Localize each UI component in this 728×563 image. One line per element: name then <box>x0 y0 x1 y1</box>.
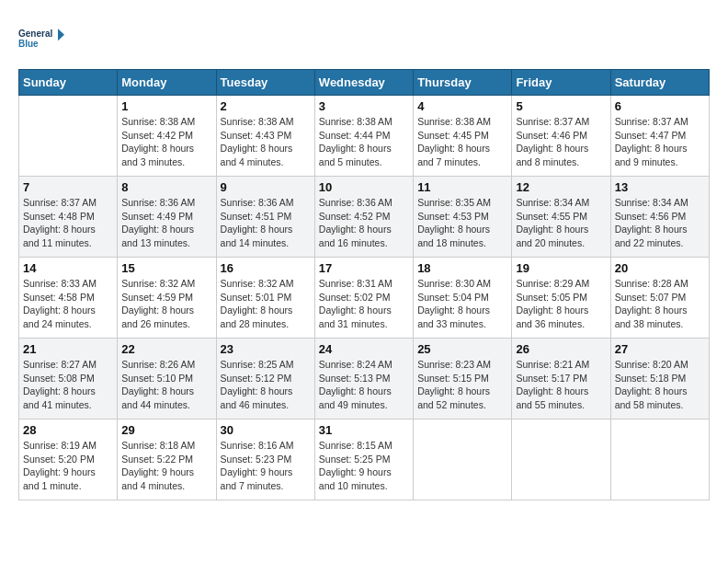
day-number: 7 <box>23 180 113 194</box>
day-number: 31 <box>319 423 409 437</box>
day-info: Sunrise: 8:20 AM Sunset: 5:18 PM Dayligh… <box>615 358 705 412</box>
day-info: Sunrise: 8:16 AM Sunset: 5:23 PM Dayligh… <box>221 439 311 493</box>
calendar-cell: 19Sunrise: 8:29 AM Sunset: 5:05 PM Dayli… <box>512 258 610 339</box>
logo-svg: General Blue <box>18 18 64 60</box>
calendar-cell: 3Sunrise: 8:38 AM Sunset: 4:44 PM Daylig… <box>314 96 413 177</box>
day-info: Sunrise: 8:25 AM Sunset: 5:12 PM Dayligh… <box>221 358 311 412</box>
calendar-cell <box>19 96 118 177</box>
day-info: Sunrise: 8:32 AM Sunset: 4:59 PM Dayligh… <box>121 277 211 331</box>
day-number: 18 <box>417 261 507 275</box>
day-number: 19 <box>516 261 606 275</box>
day-info: Sunrise: 8:38 AM Sunset: 4:44 PM Dayligh… <box>319 115 409 169</box>
day-info: Sunrise: 8:36 AM Sunset: 4:49 PM Dayligh… <box>121 196 211 250</box>
day-number: 16 <box>221 261 311 275</box>
column-header-tuesday: Tuesday <box>216 70 314 96</box>
day-info: Sunrise: 8:32 AM Sunset: 5:01 PM Dayligh… <box>221 277 311 331</box>
calendar-cell: 29Sunrise: 8:18 AM Sunset: 5:22 PM Dayli… <box>118 419 216 500</box>
calendar-cell: 16Sunrise: 8:32 AM Sunset: 5:01 PM Dayli… <box>216 258 314 339</box>
page-header: General Blue <box>18 18 710 60</box>
day-number: 11 <box>417 180 507 194</box>
calendar-cell: 13Sunrise: 8:34 AM Sunset: 4:56 PM Dayli… <box>610 177 709 258</box>
day-info: Sunrise: 8:18 AM Sunset: 5:22 PM Dayligh… <box>121 439 211 493</box>
day-number: 28 <box>23 423 113 437</box>
day-number: 6 <box>615 99 705 113</box>
day-number: 15 <box>121 261 211 275</box>
calendar-week-row: 7Sunrise: 8:37 AM Sunset: 4:48 PM Daylig… <box>19 177 710 258</box>
day-number: 24 <box>319 342 409 356</box>
day-info: Sunrise: 8:38 AM Sunset: 4:42 PM Dayligh… <box>121 115 211 169</box>
day-info: Sunrise: 8:19 AM Sunset: 5:20 PM Dayligh… <box>23 439 113 493</box>
day-info: Sunrise: 8:29 AM Sunset: 5:05 PM Dayligh… <box>516 277 606 331</box>
calendar-cell: 12Sunrise: 8:34 AM Sunset: 4:55 PM Dayli… <box>512 177 610 258</box>
calendar-cell: 20Sunrise: 8:28 AM Sunset: 5:07 PM Dayli… <box>610 258 709 339</box>
calendar-cell: 24Sunrise: 8:24 AM Sunset: 5:13 PM Dayli… <box>314 339 413 419</box>
logo: General Blue <box>18 18 64 60</box>
day-info: Sunrise: 8:36 AM Sunset: 4:52 PM Dayligh… <box>319 196 409 250</box>
day-info: Sunrise: 8:28 AM Sunset: 5:07 PM Dayligh… <box>615 277 705 331</box>
day-number: 4 <box>417 99 507 113</box>
calendar-header-row: SundayMondayTuesdayWednesdayThursdayFrid… <box>19 70 710 96</box>
day-number: 14 <box>23 261 113 275</box>
day-number: 12 <box>516 180 606 194</box>
calendar-cell: 23Sunrise: 8:25 AM Sunset: 5:12 PM Dayli… <box>216 339 314 419</box>
calendar-week-row: 1Sunrise: 8:38 AM Sunset: 4:42 PM Daylig… <box>19 96 710 177</box>
calendar-cell: 26Sunrise: 8:21 AM Sunset: 5:17 PM Dayli… <box>512 339 610 419</box>
calendar-cell: 6Sunrise: 8:37 AM Sunset: 4:47 PM Daylig… <box>610 96 709 177</box>
svg-marker-2 <box>58 29 64 40</box>
calendar-table: SundayMondayTuesdayWednesdayThursdayFrid… <box>18 69 710 500</box>
day-number: 5 <box>516 99 606 113</box>
calendar-cell: 8Sunrise: 8:36 AM Sunset: 4:49 PM Daylig… <box>118 177 216 258</box>
day-info: Sunrise: 8:34 AM Sunset: 4:56 PM Dayligh… <box>615 196 705 250</box>
column-header-sunday: Sunday <box>19 70 118 96</box>
calendar-cell: 28Sunrise: 8:19 AM Sunset: 5:20 PM Dayli… <box>19 419 118 500</box>
day-info: Sunrise: 8:21 AM Sunset: 5:17 PM Dayligh… <box>516 358 606 412</box>
calendar-week-row: 14Sunrise: 8:33 AM Sunset: 4:58 PM Dayli… <box>19 258 710 339</box>
day-number: 27 <box>615 342 705 356</box>
svg-text:General: General <box>18 29 52 39</box>
calendar-cell: 14Sunrise: 8:33 AM Sunset: 4:58 PM Dayli… <box>19 258 118 339</box>
day-info: Sunrise: 8:38 AM Sunset: 4:43 PM Dayligh… <box>221 115 311 169</box>
day-number: 25 <box>417 342 507 356</box>
day-info: Sunrise: 8:26 AM Sunset: 5:10 PM Dayligh… <box>121 358 211 412</box>
day-info: Sunrise: 8:38 AM Sunset: 4:45 PM Dayligh… <box>417 115 507 169</box>
calendar-cell: 18Sunrise: 8:30 AM Sunset: 5:04 PM Dayli… <box>414 258 512 339</box>
calendar-cell <box>512 419 610 500</box>
calendar-cell: 22Sunrise: 8:26 AM Sunset: 5:10 PM Dayli… <box>118 339 216 419</box>
day-number: 9 <box>221 180 311 194</box>
calendar-cell: 27Sunrise: 8:20 AM Sunset: 5:18 PM Dayli… <box>610 339 709 419</box>
day-number: 3 <box>319 99 409 113</box>
svg-text:Blue: Blue <box>18 39 39 49</box>
day-number: 30 <box>221 423 311 437</box>
day-info: Sunrise: 8:33 AM Sunset: 4:58 PM Dayligh… <box>23 277 113 331</box>
day-info: Sunrise: 8:23 AM Sunset: 5:15 PM Dayligh… <box>417 358 507 412</box>
day-info: Sunrise: 8:35 AM Sunset: 4:53 PM Dayligh… <box>417 196 507 250</box>
calendar-cell: 21Sunrise: 8:27 AM Sunset: 5:08 PM Dayli… <box>19 339 118 419</box>
day-info: Sunrise: 8:37 AM Sunset: 4:48 PM Dayligh… <box>23 196 113 250</box>
day-number: 29 <box>121 423 211 437</box>
day-number: 21 <box>23 342 113 356</box>
calendar-cell: 15Sunrise: 8:32 AM Sunset: 4:59 PM Dayli… <box>118 258 216 339</box>
calendar-week-row: 21Sunrise: 8:27 AM Sunset: 5:08 PM Dayli… <box>19 339 710 419</box>
day-number: 1 <box>121 99 211 113</box>
day-number: 22 <box>121 342 211 356</box>
day-info: Sunrise: 8:31 AM Sunset: 5:02 PM Dayligh… <box>319 277 409 331</box>
column-header-thursday: Thursday <box>414 70 512 96</box>
day-number: 10 <box>319 180 409 194</box>
calendar-cell: 11Sunrise: 8:35 AM Sunset: 4:53 PM Dayli… <box>414 177 512 258</box>
calendar-cell: 5Sunrise: 8:37 AM Sunset: 4:46 PM Daylig… <box>512 96 610 177</box>
day-info: Sunrise: 8:24 AM Sunset: 5:13 PM Dayligh… <box>319 358 409 412</box>
calendar-week-row: 28Sunrise: 8:19 AM Sunset: 5:20 PM Dayli… <box>19 419 710 500</box>
calendar-cell: 31Sunrise: 8:15 AM Sunset: 5:25 PM Dayli… <box>314 419 413 500</box>
column-header-wednesday: Wednesday <box>314 70 413 96</box>
day-info: Sunrise: 8:37 AM Sunset: 4:47 PM Dayligh… <box>615 115 705 169</box>
day-info: Sunrise: 8:34 AM Sunset: 4:55 PM Dayligh… <box>516 196 606 250</box>
day-number: 26 <box>516 342 606 356</box>
day-info: Sunrise: 8:27 AM Sunset: 5:08 PM Dayligh… <box>23 358 113 412</box>
day-number: 2 <box>221 99 311 113</box>
column-header-friday: Friday <box>512 70 610 96</box>
calendar-cell: 30Sunrise: 8:16 AM Sunset: 5:23 PM Dayli… <box>216 419 314 500</box>
calendar-cell: 2Sunrise: 8:38 AM Sunset: 4:43 PM Daylig… <box>216 96 314 177</box>
calendar-cell: 25Sunrise: 8:23 AM Sunset: 5:15 PM Dayli… <box>414 339 512 419</box>
day-info: Sunrise: 8:30 AM Sunset: 5:04 PM Dayligh… <box>417 277 507 331</box>
column-header-saturday: Saturday <box>610 70 709 96</box>
